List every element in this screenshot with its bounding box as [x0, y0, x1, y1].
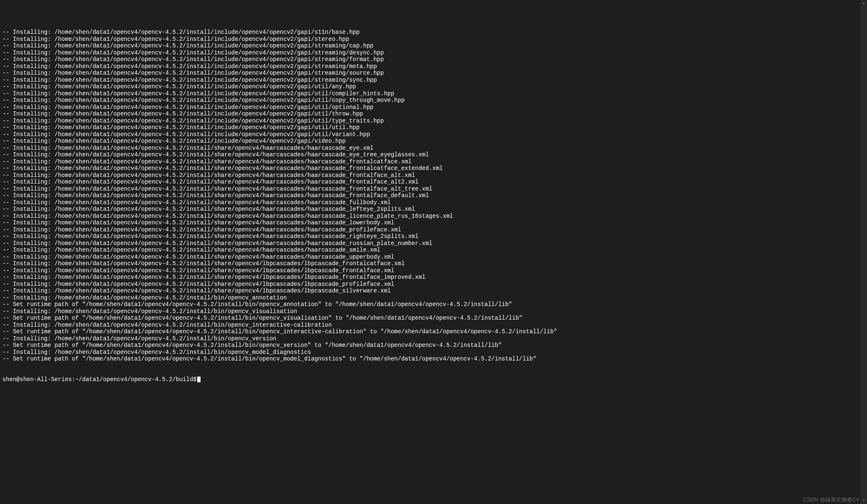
terminal-line: -- Installing: /home/shen/data1/opencv4/… — [2, 172, 865, 179]
terminal-line: -- Installing: /home/shen/data1/opencv4/… — [2, 111, 865, 118]
terminal-line: -- Installing: /home/shen/data1/opencv4/… — [2, 206, 865, 213]
terminal-line: -- Installing: /home/shen/data1/opencv4/… — [2, 179, 865, 186]
terminal-line: -- Installing: /home/shen/data1/opencv4/… — [2, 63, 865, 70]
scrollbar-up-arrow-icon[interactable]: ▴ — [860, 0, 867, 7]
terminal-output[interactable]: -- Installing: /home/shen/data1/opencv4/… — [2, 29, 865, 363]
terminal-line: -- Installing: /home/shen/data1/opencv4/… — [2, 260, 865, 267]
scrollbar-down-arrow-icon[interactable]: ▾ — [860, 497, 867, 504]
shell-prompt: shen@shen-All-Series:~/data1/opencv4/ope… — [2, 376, 196, 383]
terminal-line: -- Installing: /home/shen/data1/opencv4/… — [2, 77, 865, 84]
terminal-line: -- Installing: /home/shen/data1/opencv4/… — [2, 335, 865, 342]
terminal-line: -- Installing: /home/shen/data1/opencv4/… — [2, 281, 865, 288]
terminal-line: -- Installing: /home/shen/data1/opencv4/… — [2, 70, 865, 77]
terminal-line: -- Installing: /home/shen/data1/opencv4/… — [2, 287, 865, 294]
terminal-line: -- Set runtime path of "/home/shen/data1… — [2, 328, 865, 335]
terminal-line: -- Installing: /home/shen/data1/opencv4/… — [2, 219, 865, 226]
scrollbar-track[interactable] — [860, 7, 867, 497]
terminal-line: -- Installing: /home/shen/data1/opencv4/… — [2, 267, 865, 274]
watermark: CSDN @碳基生物卷CV — [803, 497, 860, 504]
terminal-line: -- Installing: /home/shen/data1/opencv4/… — [2, 240, 865, 247]
terminal-line: -- Installing: /home/shen/data1/opencv4/… — [2, 349, 865, 356]
terminal-line: -- Installing: /home/shen/data1/opencv4/… — [2, 151, 865, 158]
terminal-line: -- Installing: /home/shen/data1/opencv4/… — [2, 192, 865, 199]
terminal-line: -- Installing: /home/shen/data1/opencv4/… — [2, 131, 865, 138]
terminal-line: -- Installing: /home/shen/data1/opencv4/… — [2, 56, 865, 63]
terminal-line: -- Installing: /home/shen/data1/opencv4/… — [2, 322, 865, 329]
scrollbar[interactable]: ▴ ▾ — [860, 0, 867, 504]
terminal-line: -- Installing: /home/shen/data1/opencv4/… — [2, 90, 865, 97]
terminal-line: -- Set runtime path of "/home/shen/data1… — [2, 301, 865, 308]
terminal-line: -- Installing: /home/shen/data1/opencv4/… — [2, 36, 865, 43]
terminal-line: -- Installing: /home/shen/data1/opencv4/… — [2, 42, 865, 49]
terminal-line: -- Installing: /home/shen/data1/opencv4/… — [2, 138, 865, 145]
terminal-line: -- Installing: /home/shen/data1/opencv4/… — [2, 254, 865, 261]
terminal-line: -- Set runtime path of "/home/shen/data1… — [2, 356, 865, 363]
terminal-line: -- Installing: /home/shen/data1/opencv4/… — [2, 124, 865, 131]
terminal-line: -- Installing: /home/shen/data1/opencv4/… — [2, 83, 865, 90]
terminal-line: -- Installing: /home/shen/data1/opencv4/… — [2, 29, 865, 36]
terminal-line: -- Installing: /home/shen/data1/opencv4/… — [2, 233, 865, 240]
terminal-line: -- Installing: /home/shen/data1/opencv4/… — [2, 247, 865, 254]
terminal-line: -- Installing: /home/shen/data1/opencv4/… — [2, 49, 865, 57]
terminal-line: -- Set runtime path of "/home/shen/data1… — [2, 315, 865, 322]
terminal-line: -- Set runtime path of "/home/shen/data1… — [2, 342, 865, 349]
terminal-line: -- Installing: /home/shen/data1/opencv4/… — [2, 213, 865, 220]
terminal-line: -- Installing: /home/shen/data1/opencv4/… — [2, 294, 865, 301]
terminal-line: -- Installing: /home/shen/data1/opencv4/… — [2, 97, 865, 104]
terminal-line: -- Installing: /home/shen/data1/opencv4/… — [2, 145, 865, 152]
terminal-line: -- Installing: /home/shen/data1/opencv4/… — [2, 118, 865, 125]
cursor — [197, 377, 201, 382]
terminal-line: -- Installing: /home/shen/data1/opencv4/… — [2, 199, 865, 206]
terminal-line: -- Installing: /home/shen/data1/opencv4/… — [2, 274, 865, 281]
terminal-line: -- Installing: /home/shen/data1/opencv4/… — [2, 104, 865, 111]
terminal-line: -- Installing: /home/shen/data1/opencv4/… — [2, 158, 865, 165]
terminal-line: -- Installing: /home/shen/data1/opencv4/… — [2, 186, 865, 193]
terminal-line: -- Installing: /home/shen/data1/opencv4/… — [2, 226, 865, 233]
prompt-line[interactable]: shen@shen-All-Series:~/data1/opencv4/ope… — [2, 376, 865, 383]
terminal-line: -- Installing: /home/shen/data1/opencv4/… — [2, 308, 865, 315]
terminal-line: -- Installing: /home/shen/data1/opencv4/… — [2, 165, 865, 172]
